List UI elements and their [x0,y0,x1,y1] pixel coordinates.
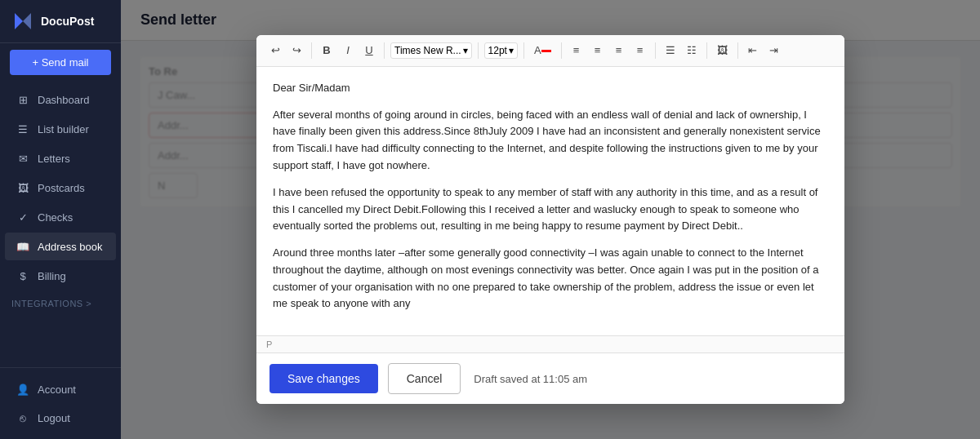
decrease-indent-button[interactable]: ⇤ [744,42,762,60]
sidebar-item-dashboard[interactable]: ⊞ Dashboard [5,86,116,113]
sidebar-item-list-builder[interactable]: ☰ List builder [5,115,116,143]
send-mail-button[interactable]: + Send mail [10,50,111,75]
book-icon: 📖 [16,240,29,253]
modal-footer: Save changes Cancel Draft saved at 11:05… [256,353,844,404]
modal-overlay: ↩ ↪ B I U Times New R... ▾ 12pt ▾ A [121,0,980,439]
toolbar-divider-7 [706,42,707,59]
paragraph-3: Around three months later –after some ge… [273,245,828,313]
editor-modal: ↩ ↪ B I U Times New R... ▾ 12pt ▾ A [256,35,844,405]
font-family-select[interactable]: Times New R... ▾ [390,42,472,59]
editor-toolbar: ↩ ↪ B I U Times New R... ▾ 12pt ▾ A [256,35,844,67]
postcard-icon: 🖼 [16,181,29,194]
nav-label-logout: Logout [38,412,70,424]
check-icon: ✓ [16,211,29,224]
sidebar-item-postcards[interactable]: 🖼 Postcards [5,174,116,202]
sidebar-item-address-book[interactable]: 📖 Address book [5,233,116,260]
cancel-button[interactable]: Cancel [388,363,461,394]
sidebar-item-checks[interactable]: ✓ Checks [5,203,116,231]
editor-status-bar: P [256,335,844,353]
align-right-button[interactable]: ≡ [610,42,628,60]
sidebar: DocuPost + Send mail ⊞ Dashboard ☰ List … [0,0,121,439]
main-content: Send letter To Re From ↩ ↪ [121,0,980,439]
nav-label-postcards: Postcards [38,182,85,194]
align-left-button[interactable]: ≡ [568,42,586,60]
nav-label-billing: Billing [38,270,66,282]
editor-content[interactable]: Dear Sir/Madam After several months of g… [256,67,844,336]
nav-label-dashboard: Dashboard [38,94,90,106]
svg-marker-1 [23,13,31,29]
toolbar-divider-4 [523,42,524,59]
redo-button[interactable]: ↪ [287,42,305,60]
svg-marker-0 [15,13,23,29]
toolbar-divider-3 [478,42,479,59]
nav-label-letters: Letters [38,153,70,165]
account-icon: 👤 [16,383,29,396]
grid-icon: ⊞ [16,93,29,106]
nav-label-account: Account [38,384,76,396]
bold-button[interactable]: B [318,42,336,60]
chevron-down-icon: ▾ [463,45,468,56]
align-center-button[interactable]: ≡ [589,42,607,60]
ordered-list-button[interactable]: ☷ [683,42,701,60]
paragraph-2: I have been refused the opportunity to s… [273,184,828,235]
nav-label-list-builder: List builder [38,123,89,135]
toolbar-divider-6 [655,42,656,59]
nav-label-checks: Checks [38,211,73,224]
paragraph-1: After several months of going around in … [273,107,828,175]
logo: DocuPost [0,0,121,43]
font-color-button[interactable]: A [530,42,555,60]
dollar-icon: $ [16,269,29,282]
font-size-select[interactable]: 12pt ▾ [484,42,518,59]
letter-icon: ✉ [16,152,29,165]
logo-text: DocuPost [41,15,94,28]
integrations-label[interactable]: INTEGRATIONS > [0,290,121,312]
sidebar-item-letters[interactable]: ✉ Letters [5,144,116,172]
image-button[interactable]: 🖼 [713,42,732,60]
sidebar-bottom: 👤 Account ⎋ Logout [0,367,121,439]
toolbar-divider-5 [561,42,562,59]
nav-label-address-book: Address book [38,241,103,253]
toolbar-divider-1 [311,42,312,59]
underline-button[interactable]: U [360,42,378,60]
sidebar-item-account[interactable]: 👤 Account [5,375,116,403]
logo-icon [11,10,34,33]
undo-button[interactable]: ↩ [266,42,284,60]
logout-icon: ⎋ [16,411,29,424]
greeting-text: Dear Sir/Madam [273,80,828,97]
draft-status-text: Draft saved at 11:05 am [474,373,587,385]
toolbar-divider-8 [737,42,738,59]
italic-button[interactable]: I [339,42,357,60]
chevron-down-icon-size: ▾ [509,45,514,56]
increase-indent-button[interactable]: ⇥ [765,42,783,60]
unordered-list-button[interactable]: ☰ [662,42,679,60]
save-changes-button[interactable]: Save changes [270,364,378,393]
sidebar-item-billing[interactable]: $ Billing [5,262,116,290]
toolbar-divider-2 [384,42,385,59]
sidebar-item-logout[interactable]: ⎋ Logout [5,404,116,432]
align-justify-button[interactable]: ≡ [631,42,649,60]
list-icon: ☰ [16,122,29,135]
